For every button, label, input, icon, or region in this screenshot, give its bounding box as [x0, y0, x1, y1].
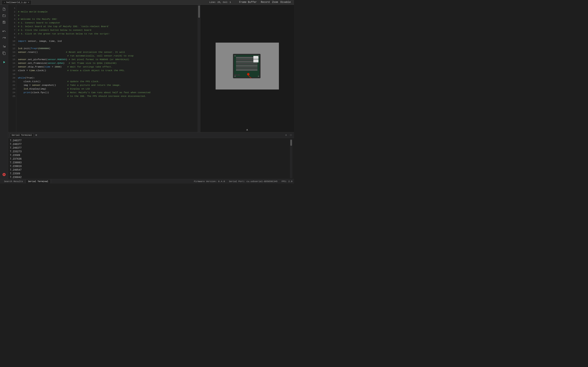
- code-content: 12345 678910 1112131415 1617181920 21222…: [8, 5, 200, 132]
- firmware-version: Firmware Version: 0.4.0: [194, 180, 225, 183]
- editor-scrollbar[interactable]: [198, 5, 200, 132]
- serial-port: Serial Port: cu.usbserial-8D5659C345: [229, 180, 278, 183]
- top-right-buttons: Record Zoom Disable: [261, 1, 292, 4]
- terminal-connect-icon[interactable]: ⊕: [35, 133, 37, 137]
- top-editor-area: 12345 678910 1112131415 1617181920 21222…: [8, 5, 294, 132]
- open-folder-icon[interactable]: [1, 13, 7, 18]
- serial-terminal-tab[interactable]: Serial Terminal: [26, 180, 51, 183]
- run-icon[interactable]: [1, 59, 7, 65]
- frame-buffer-panel: ▲: [200, 5, 294, 132]
- terminal-scrollbar[interactable]: [290, 139, 292, 178]
- svg-point-17: [258, 55, 259, 57]
- tab-dropdown-icon: ▾: [4, 1, 5, 4]
- svg-rect-11: [253, 59, 259, 62]
- line-numbers: 12345 678910 1112131415 1617181920 21222…: [8, 5, 16, 132]
- terminal-maximize-btn[interactable]: □: [289, 133, 292, 137]
- terminal-line: 7.238883: [10, 161, 290, 165]
- disable-button[interactable]: Disable: [281, 1, 291, 4]
- status-bar: Search Results Serial Terminal Firmware …: [0, 179, 294, 184]
- terminal-line: 7.233273: [10, 150, 290, 154]
- terminal-output: 7.2463777.2463777.2463777.2332737.235897…: [10, 139, 290, 178]
- camera-image: [216, 43, 279, 90]
- left-sidebar: [0, 5, 8, 179]
- frame-buffer-content: [200, 5, 294, 127]
- svg-point-18: [234, 76, 236, 77]
- terminal-line: 7.246377: [10, 142, 290, 146]
- cut-icon[interactable]: [1, 44, 7, 50]
- terminal-line: 7.246377: [10, 139, 290, 142]
- cursor-position: Line: 25, Col: 1: [209, 1, 235, 3]
- terminal-line: 7.236842: [10, 175, 290, 179]
- svg-rect-9: [236, 69, 258, 71]
- tab-area: ▾ helloworld_1.py ✕: [2, 0, 209, 4]
- code-editor[interactable]: 12345 678910 1112131415 1617181920 21222…: [8, 5, 200, 132]
- main-area: 12345 678910 1112131415 1617181920 21222…: [0, 5, 294, 179]
- terminal-line: 7.23589: [10, 154, 290, 157]
- svg-rect-15: [237, 74, 240, 76]
- bottom-tabs: Search Results Serial Terminal: [2, 180, 51, 183]
- code-lines: # Hello World Example # # Welcome to the…: [16, 5, 200, 132]
- svg-rect-10: [253, 56, 259, 59]
- terminal-line: 7.246377: [10, 146, 290, 150]
- search-results-tab[interactable]: Search Results: [2, 180, 26, 183]
- svg-point-16: [234, 55, 236, 57]
- svg-point-19: [258, 76, 259, 77]
- frame-buffer-title: Frame Buffer: [235, 1, 261, 4]
- terminal-line: 7.23589: [10, 172, 290, 175]
- tab-close-icon[interactable]: ✕: [28, 1, 29, 4]
- fps-display: FPS: 2.9: [282, 180, 292, 183]
- copy-paste-icon[interactable]: [1, 50, 7, 56]
- terminal-line: 7.239819: [10, 165, 290, 168]
- stop-error-icon[interactable]: [1, 172, 7, 177]
- svg-point-12: [247, 73, 250, 75]
- redo-icon[interactable]: [1, 35, 7, 41]
- save-icon[interactable]: [1, 19, 7, 25]
- undo-icon[interactable]: [1, 28, 7, 34]
- terminal-line: 7.237636: [10, 157, 290, 161]
- status-right: Firmware Version: 0.4.0 Serial Port: cu.…: [194, 180, 292, 183]
- record-button[interactable]: Record: [261, 1, 270, 4]
- terminal-tab[interactable]: Serial Terminal: [10, 133, 34, 137]
- terminal-line: 7.240547: [10, 168, 290, 172]
- bottom-area: Serial Terminal ⊕ ∧ □ 7.2463777.2463777.…: [8, 132, 294, 179]
- title-bar: ▾ helloworld_1.py ✕ Line: 25, Col: 1 Fra…: [0, 0, 294, 5]
- svg-rect-7: [236, 65, 258, 67]
- svg-rect-6: [236, 63, 258, 65]
- terminal-toolbar: Serial Terminal ⊕ ∧ □: [8, 132, 294, 138]
- svg-rect-8: [236, 67, 258, 69]
- file-tab[interactable]: ▾ helloworld_1.py ✕: [2, 0, 31, 4]
- zoom-button[interactable]: Zoom: [272, 1, 278, 4]
- terminal-content: 7.2463777.2463777.2463777.2332737.235897…: [8, 138, 294, 179]
- fb-bottom-arrow[interactable]: ▲: [200, 127, 294, 132]
- editor-frame-area: 12345 678910 1112131415 1617181920 21222…: [8, 5, 294, 179]
- terminal-minimize-btn[interactable]: ∧: [285, 133, 288, 137]
- new-file-icon[interactable]: [1, 6, 7, 12]
- svg-rect-14: [234, 74, 237, 76]
- tab-filename: helloworld_1.py: [6, 1, 26, 4]
